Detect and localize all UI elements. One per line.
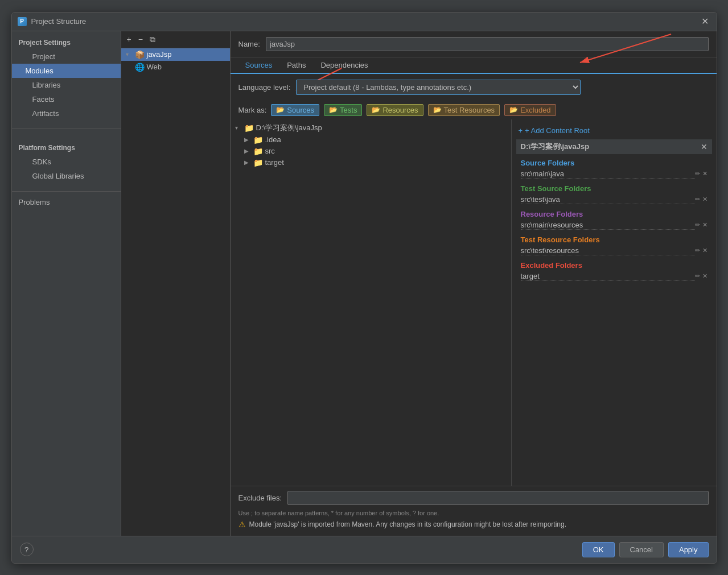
remove-source-folder[interactable]: ✕ [702, 170, 708, 177]
source-folders-section: Source Folders src\main\java ✏ ✕ [516, 158, 712, 180]
footer-left: ? [20, 543, 578, 556]
remove-test-source-folder[interactable]: ✕ [702, 196, 708, 203]
left-navigation: Project Settings Project Modules Librari… [12, 31, 121, 536]
content-root-path-text: D:\学习案例\javaJsp [521, 142, 590, 152]
target-expand-icon: ▶ [244, 159, 251, 166]
excluded-folder-actions: ✏ ✕ [695, 272, 708, 280]
language-level-row: Language level: Project default (8 - Lam… [231, 74, 717, 101]
sidebar-item-libraries[interactable]: Libraries [12, 78, 121, 92]
remove-module-button[interactable]: − [136, 34, 145, 45]
excluded-folder-icon: 📂 [509, 106, 518, 114]
sidebar-item-modules[interactable]: Modules [12, 64, 121, 78]
edit-test-source-folder[interactable]: ✏ [695, 196, 700, 203]
test-resource-folder-path: src\test\resources [521, 246, 695, 255]
content-root-close-button[interactable]: ✕ [701, 142, 708, 151]
add-content-root-button[interactable]: + + Add Content Root [516, 124, 712, 137]
sidebar-item-facets[interactable]: Facets [12, 92, 121, 106]
test-source-folders-section: Test Source Folders src\test\java ✏ ✕ [516, 183, 712, 205]
sources-content: Language level: Project default (8 - Lam… [231, 74, 717, 536]
excluded-folder-entry: target ✏ ✕ [516, 271, 712, 282]
exclude-files-label: Exclude files: [238, 494, 282, 502]
dialog-footer: ? OK Cancel Apply [12, 536, 717, 563]
target-folder-name: target [265, 158, 284, 167]
mark-as-resources[interactable]: 📂 Resources [367, 104, 423, 116]
warning-icon: ⚠ [238, 520, 246, 529]
name-input[interactable] [266, 37, 709, 51]
cancel-button[interactable]: Cancel [619, 542, 664, 557]
mark-as-sources[interactable]: 📂 Sources [271, 104, 319, 116]
test-resource-folder-actions: ✏ ✕ [695, 247, 708, 254]
sidebar-item-project[interactable]: Project [12, 49, 121, 64]
mark-as-excluded[interactable]: 📂 Excluded [504, 104, 556, 116]
source-folder-entry: src\main\java ✏ ✕ [516, 168, 712, 180]
exclude-hint: Use ; to separate name patterns, * for a… [238, 508, 709, 518]
excluded-folders-section: Excluded Folders target ✏ ✕ [516, 260, 712, 282]
content-root-path-bar: D:\学习案例\javaJsp ✕ [516, 139, 712, 154]
separator2 [12, 191, 121, 192]
test-resource-folder-entry: src\test\resources ✏ ✕ [516, 245, 712, 257]
main-content: Project Settings Project Modules Librari… [12, 31, 717, 536]
module-tree-item-javajsp[interactable]: ▾ 📦 javaJsp [121, 48, 230, 61]
file-tree-root[interactable]: ▾ 📁 D:\学习案例\javaJsp [233, 122, 509, 134]
edit-excluded-folder[interactable]: ✏ [695, 272, 700, 280]
close-button[interactable]: ✕ [700, 16, 711, 27]
resource-folders-section: Resource Folders src\main\resources ✏ ✕ [516, 209, 712, 231]
edit-source-folder[interactable]: ✏ [695, 170, 700, 177]
remove-resource-folder[interactable]: ✕ [702, 221, 708, 229]
title-bar: P Project Structure ✕ [12, 13, 717, 31]
right-panel: Name: Sources Paths Dependencies [231, 31, 717, 536]
project-settings-section: Project Settings Project Modules Librari… [12, 31, 121, 125]
module-icon: 📦 [135, 50, 145, 59]
tab-dependencies[interactable]: Dependencies [314, 57, 375, 74]
language-level-select[interactable]: Project default (8 - Lambdas, type annot… [296, 80, 581, 95]
module-tree-item-web[interactable]: 🌐 Web [121, 61, 230, 73]
tests-folder-icon: 📂 [329, 106, 338, 114]
apply-button[interactable]: Apply [668, 542, 709, 557]
mark-as-tests[interactable]: 📂 Tests [324, 104, 362, 116]
mark-as-test-resources[interactable]: 📂 Test Resources [428, 104, 500, 116]
tab-sources[interactable]: Sources [238, 57, 279, 74]
sources-folder-icon: 📂 [276, 106, 285, 114]
source-folder-path: src\main\java [521, 169, 695, 179]
warning-row: ⚠ Module 'javaJsp' is imported from Mave… [238, 518, 709, 531]
help-button[interactable]: ? [20, 543, 34, 556]
test-resources-folder-icon: 📂 [433, 106, 442, 114]
add-module-button[interactable]: + [125, 34, 134, 45]
resource-folder-entry: src\main\resources ✏ ✕ [516, 220, 712, 231]
separator [12, 129, 121, 129]
excluded-folder-path: target [521, 272, 695, 281]
edit-resource-folder[interactable]: ✏ [695, 221, 700, 229]
lang-level-label: Language level: [238, 83, 291, 92]
root-path: D:\学习案例\javaJsp [256, 123, 322, 133]
name-label: Name: [238, 40, 260, 48]
edit-test-resource-folder[interactable]: ✏ [695, 247, 700, 254]
copy-module-button[interactable]: ⧉ [147, 34, 158, 45]
resource-folder-path: src\main\resources [521, 221, 695, 230]
file-tree-idea[interactable]: ▶ 📁 .idea [233, 134, 509, 146]
root-folder-icon: 📁 [244, 123, 254, 133]
project-settings-header: Project Settings [12, 36, 121, 49]
sidebar-item-sdks[interactable]: SDKs [12, 155, 121, 169]
exclude-files-input[interactable] [287, 491, 708, 505]
sidebar-item-artifacts[interactable]: Artifacts [12, 106, 121, 121]
bottom-section: Exclude files: Use ; to separate name pa… [231, 486, 717, 536]
add-icon: + [519, 126, 523, 135]
platform-settings-header: Platform Settings [12, 139, 121, 155]
module-tree: + − ⧉ ▾ 📦 javaJsp 🌐 Web [121, 31, 231, 536]
remove-test-resource-folder[interactable]: ✕ [702, 247, 708, 254]
test-resource-folders-title: Test Resource Folders [516, 234, 712, 245]
resources-folder-icon: 📂 [372, 106, 380, 114]
file-tree-src[interactable]: ▶ 📁 src [233, 146, 509, 157]
sidebar-item-problems[interactable]: Problems [12, 195, 121, 209]
remove-excluded-folder[interactable]: ✕ [702, 272, 708, 280]
ok-button[interactable]: OK [582, 542, 615, 557]
test-source-folders-title: Test Source Folders [516, 183, 712, 194]
excluded-folders-title: Excluded Folders [516, 260, 712, 271]
src-folder-name: src [265, 147, 275, 155]
resource-folder-actions: ✏ ✕ [695, 221, 708, 229]
idea-folder-icon: 📁 [253, 135, 263, 144]
file-tree-target[interactable]: ▶ 📁 target [233, 157, 509, 168]
sidebar-item-global-libraries[interactable]: Global Libraries [12, 169, 121, 183]
tab-paths[interactable]: Paths [280, 57, 312, 74]
expand-arrow: ▾ [126, 51, 133, 57]
